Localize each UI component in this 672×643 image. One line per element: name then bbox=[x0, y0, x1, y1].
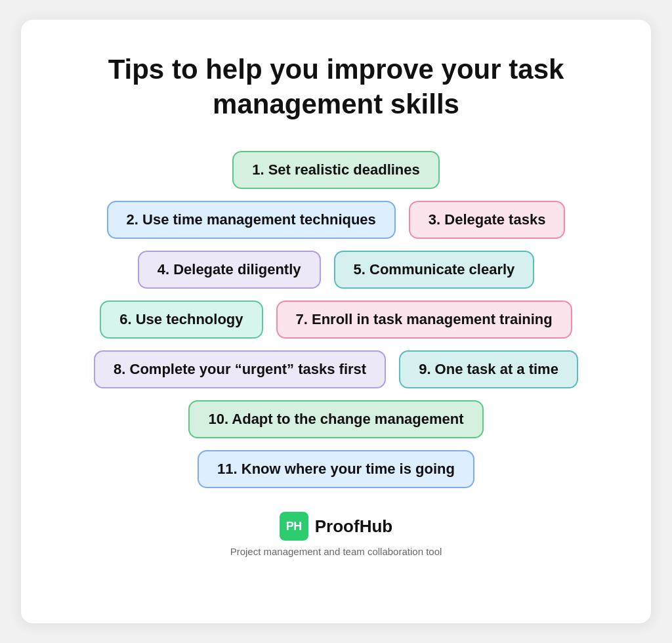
logo-section: PH ProofHub Project management and team … bbox=[230, 512, 442, 557]
tip-1: 1. Set realistic deadlines bbox=[232, 151, 440, 189]
tip-5: 5. Communicate clearly bbox=[334, 251, 535, 289]
tip-7: 7. Enroll in task management training bbox=[276, 301, 572, 339]
tips-container: 1. Set realistic deadlines 2. Use time m… bbox=[60, 151, 612, 488]
tip-4: 4. Delegate diligently bbox=[138, 251, 321, 289]
tip-row-7: 11. Know where your time is going bbox=[60, 450, 612, 488]
tip-2: 2. Use time management techniques bbox=[107, 201, 396, 239]
tip-10: 10. Adapt to the change management bbox=[188, 400, 483, 438]
logo-row: PH ProofHub bbox=[280, 512, 392, 541]
tip-row-2: 2. Use time management techniques 3. Del… bbox=[60, 201, 612, 239]
main-card: Tips to help you improve your task manag… bbox=[21, 20, 651, 623]
tip-8: 8. Complete your “urgent” tasks first bbox=[94, 350, 386, 388]
logo-icon: PH bbox=[280, 512, 308, 541]
logo-tagline: Project management and team collaboratio… bbox=[230, 546, 442, 557]
tip-row-3: 4. Delegate diligently 5. Communicate cl… bbox=[60, 251, 612, 289]
logo-name: ProofHub bbox=[315, 516, 392, 537]
tip-3: 3. Delegate tasks bbox=[409, 201, 566, 239]
tip-row-6: 10. Adapt to the change management bbox=[60, 400, 612, 438]
tip-row-4: 6. Use technology 7. Enroll in task mana… bbox=[60, 301, 612, 339]
tip-9: 9. One task at a time bbox=[399, 350, 578, 388]
tip-row-1: 1. Set realistic deadlines bbox=[60, 151, 612, 189]
tip-11: 11. Know where your time is going bbox=[198, 450, 474, 488]
tip-row-5: 8. Complete your “urgent” tasks first 9.… bbox=[60, 350, 612, 388]
page-title: Tips to help you improve your task manag… bbox=[90, 52, 582, 121]
tip-6: 6. Use technology bbox=[100, 301, 262, 339]
